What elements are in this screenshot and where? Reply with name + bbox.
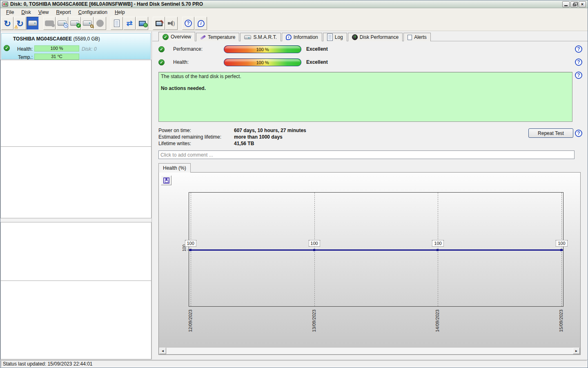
close-button[interactable]: × [579, 1, 586, 7]
health-label: Health: [173, 59, 224, 65]
disk-health-bar: 100 % [34, 45, 79, 52]
refresh-alert-icon: ↻⚠ [16, 19, 24, 28]
menu-view[interactable]: View [35, 9, 53, 16]
toolbar-sound-button[interactable]: ) [165, 17, 178, 30]
chart-plot: 100 10012/09/202310013/09/202310014/09/2… [189, 192, 564, 307]
statusbar: Status last updated: 15/09/2023 22:44:01 [0, 359, 588, 368]
chart-point-label: 100 [432, 240, 443, 247]
sidebar: TOSHIBA MG04SCA60EE (5589,0 GB) ✓ Health… [0, 31, 152, 360]
disk-title: TOSHIBA MG04SCA60EE (5589,0 GB) [13, 36, 100, 42]
chart-tab-health[interactable]: Health (%) [158, 163, 191, 173]
tab-log[interactable]: Log [323, 33, 347, 41]
performance-help-icon[interactable]: ? [575, 45, 582, 53]
toolbar-detect-disks-button[interactable] [43, 17, 56, 30]
disk-schedule-icon [58, 20, 67, 27]
power-on-value: 607 days, 10 hours, 27 minutes [234, 128, 306, 134]
toolbar-surface-test-button[interactable] [94, 17, 106, 30]
toolbar-disk-overview-button[interactable] [27, 17, 39, 30]
disk-performance-icon [352, 34, 358, 40]
information-icon: i [286, 34, 292, 40]
tab-temperature[interactable]: Temperature [196, 33, 239, 41]
tab-disk-performance[interactable]: Disk Performance [348, 33, 403, 41]
restore-button[interactable] [570, 1, 578, 7]
menu-configuration[interactable]: Configuration [75, 9, 111, 16]
performance-ok-icon: ✓ [158, 46, 165, 52]
repeat-test-help-icon[interactable]: ? [575, 130, 582, 137]
writes-value: 41,56 TB [234, 141, 254, 147]
sidebar-divider [1, 146, 151, 147]
tab-information[interactable]: iInformation [282, 33, 322, 41]
toolbar-disk-schedule-button[interactable] [56, 17, 68, 30]
toolbar-refresh-button[interactable]: ↻ [1, 17, 13, 30]
menu-file[interactable]: File [2, 9, 18, 16]
chart-data-point [560, 249, 562, 251]
toolbar-help-button[interactable]: ? [182, 17, 194, 30]
window-title: Disk: 0, TOSHIBA MG04SCA60EE [66L0A0NSFW… [10, 1, 203, 7]
tab-label: Overview [171, 34, 191, 40]
tab-label: S.M.A.R.T. [253, 34, 276, 40]
tab-bar: ✓OverviewTemperatureS.M.A.R.T.iInformati… [158, 32, 432, 41]
status-line1: The status of the hard disk is perfect. [161, 74, 570, 80]
disk-health-label: Health: [4, 46, 33, 52]
toolbar: ↻↻⚠✓⇄✎)?i [0, 16, 588, 31]
menu-disk[interactable]: Disk [18, 9, 34, 16]
scroll-right-arrow-icon[interactable]: ► [573, 348, 580, 354]
health-bar: 100 % [224, 58, 301, 66]
chart-scrollbar[interactable]: ◄ ► [159, 347, 580, 354]
chart-container: 100 10012/09/202310013/09/202310014/09/2… [158, 172, 581, 355]
app-icon [2, 2, 8, 7]
lifetime-value: more than 1000 days [234, 134, 283, 141]
overview-icon: ✓ [163, 34, 169, 40]
log-icon [327, 34, 333, 41]
toolbar-preferences-button[interactable]: ✎ [153, 17, 165, 30]
s-m-a-r-t--icon [244, 35, 251, 39]
close-icon: × [581, 2, 584, 7]
detect-disks-icon [45, 20, 54, 26]
tab-alerts[interactable]: Alerts [403, 33, 431, 41]
disk-overview-icon [28, 20, 37, 27]
tab-s-m-a-r-t[interactable]: S.M.A.R.T. [240, 33, 281, 41]
sidebar-panel-upper [0, 60, 151, 218]
chart-x-tick-label: 15/09/2023 [559, 310, 564, 332]
health-rating: Excellent [306, 59, 328, 65]
chart-save-button[interactable] [161, 175, 172, 185]
repeat-test-button[interactable]: Repeat Test [528, 128, 573, 138]
menu-report[interactable]: Report [53, 9, 75, 16]
chart-point-label: 100 [185, 240, 196, 247]
toolbar-network-button[interactable] [136, 17, 148, 30]
writes-row: Lifetime writes: 41,56 TB [158, 141, 254, 147]
disk-temp-label: Temp.: [4, 54, 33, 60]
comment-input[interactable] [158, 150, 575, 159]
toolbar-refresh-alert-button[interactable]: ↻⚠ [14, 17, 26, 30]
tab-label: Information [294, 34, 318, 40]
toolbar-disk-analyse-button[interactable] [81, 17, 94, 30]
chart-series-line [189, 249, 563, 251]
toolbar-disk-accept-button[interactable]: ✓ [69, 17, 81, 30]
scroll-left-arrow-icon[interactable]: ◄ [159, 348, 166, 354]
toolbar-info-button[interactable]: i [195, 17, 207, 30]
surface-test-icon [96, 20, 104, 27]
status-help-icon[interactable]: ? [575, 72, 582, 79]
statusbar-text: Status last updated: 15/09/2023 22:44:01 [1, 360, 587, 367]
tab-label: Disk Performance [360, 34, 399, 40]
toolbar-report-button[interactable] [111, 17, 123, 30]
toolbar-sync-button[interactable]: ⇄ [123, 17, 136, 30]
chart-data-point [189, 249, 192, 251]
window-controls: × [562, 1, 586, 7]
titlebar: Disk: 0, TOSHIBA MG04SCA60EE [66L0A0NSFW… [0, 0, 588, 8]
disk-accept-icon: ✓ [70, 20, 79, 27]
sidebar-disk-item[interactable]: TOSHIBA MG04SCA60EE (5589,0 GB) ✓ Health… [1, 33, 151, 59]
minimize-button[interactable] [562, 1, 570, 7]
minimize-icon [564, 5, 568, 6]
temperature-icon [200, 35, 206, 40]
disk-temp-bar: 31 °C [34, 54, 79, 60]
chart-y-tick-mark [187, 250, 189, 250]
chart-point-label: 100 [308, 240, 320, 247]
health-help-icon[interactable]: ? [575, 58, 582, 66]
sidebar-panel-lower [0, 222, 151, 359]
tab-overview[interactable]: ✓Overview [158, 32, 195, 41]
menu-help[interactable]: Help [111, 9, 129, 16]
sidebar-divider [1, 280, 151, 281]
info-icon: i [198, 20, 205, 27]
save-icon [163, 177, 169, 184]
